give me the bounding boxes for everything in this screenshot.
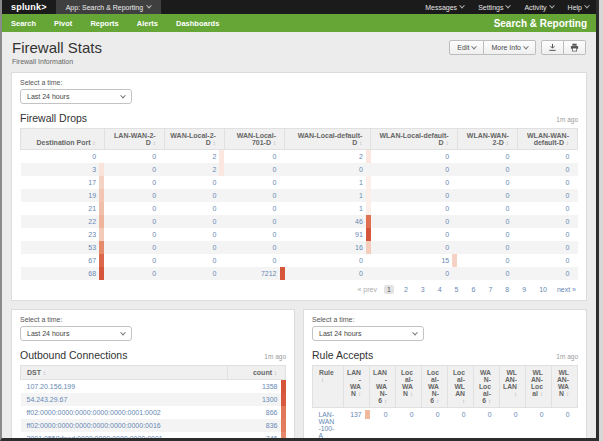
nav-item-reports[interactable]: Reports [81,14,127,32]
table-cell[interactable]: 68 [21,267,105,280]
table-cell[interactable]: 1 [285,202,371,215]
table-cell[interactable]: 23 [21,228,105,241]
table-cell[interactable]: 0 [370,408,396,441]
table-cell[interactable]: 0 [457,254,517,267]
table-cell[interactable]: 2 [285,150,371,164]
table-cell[interactable]: 0 [457,176,517,189]
time-range-picker[interactable]: Last 24 hours [20,326,132,341]
column-header[interactable]: LAN-WAN-2-D↕ [104,129,164,150]
table-cell[interactable]: 46 [285,215,371,228]
table-cell[interactable]: 19 [21,189,105,202]
table-cell[interactable]: 0 [457,267,517,280]
pager-page-4[interactable]: 4 [435,285,445,294]
table-cell[interactable]: 0 [517,228,577,241]
column-header[interactable]: WLAN-WAN-default-D↕ [517,129,577,150]
topbar-menu-help[interactable]: Help [561,0,596,14]
table-cell[interactable]: 0 [517,163,577,176]
column-header[interactable]: Local-WLAN↕ [448,366,474,408]
column-header[interactable]: DST↕ [21,366,228,380]
column-header[interactable]: WLAN-WAN↕ [552,366,578,408]
table-cell[interactable]: 0 [104,228,164,241]
table-cell[interactable]: 22 [21,215,105,228]
table-cell[interactable]: 0 [517,241,577,254]
table-cell[interactable]: 0 [104,215,164,228]
table-cell[interactable]: 15 [371,254,457,267]
table-cell[interactable]: 0 [517,150,577,164]
column-header[interactable]: WLAN-Local↕ [526,366,552,408]
table-cell[interactable]: 0 [457,228,517,241]
pager-page-5[interactable]: 5 [452,285,462,294]
table-cell[interactable]: 0 [224,189,284,202]
table-cell[interactable]: 0 [104,254,164,267]
column-header[interactable]: WAN-Local-2-D↕ [164,129,224,150]
table-cell[interactable]: 137 [344,408,370,441]
table-cell[interactable]: 0 [371,202,457,215]
column-header[interactable]: WAN-Local-6↕ [474,366,500,408]
nav-item-pivot[interactable]: Pivot [45,14,81,32]
table-cell[interactable]: 0 [500,408,526,441]
table-cell[interactable]: 0 [371,241,457,254]
table-cell[interactable]: 1 [285,189,371,202]
table-cell[interactable]: 0 [285,254,371,267]
edit-button[interactable]: Edit [449,40,484,55]
table-cell[interactable]: 1 [285,176,371,189]
table-cell[interactable]: 0 [457,215,517,228]
pager-page-1[interactable]: 1 [384,285,394,294]
table-cell[interactable]: 0 [164,176,224,189]
table-cell[interactable]: 0 [517,254,577,267]
table-cell[interactable]: ff02:0000:0000:0000:0000:0000:0001:0002 [21,406,228,419]
table-cell[interactable]: 0 [224,228,284,241]
table-cell[interactable]: 0 [371,215,457,228]
table-cell[interactable]: 0 [285,267,371,280]
column-header[interactable]: count↕ [228,366,286,380]
pager-page-10[interactable]: 10 [536,285,550,294]
table-cell[interactable]: 0 [517,176,577,189]
table-cell[interactable]: 0 [526,408,552,441]
table-cell[interactable]: 866 [228,406,286,419]
table-cell[interactable]: 836 [228,419,286,432]
pager-next[interactable]: next » [557,286,576,293]
table-cell[interactable]: 1300 [228,393,286,406]
table-cell[interactable]: 0 [552,408,578,441]
table-cell[interactable]: 2001:0558:feed:0000:0000:0000:0000:0001 [21,432,228,441]
table-cell[interactable]: 2 [164,163,224,176]
table-cell[interactable]: 0 [457,150,517,164]
table-cell[interactable]: 0 [474,408,500,441]
table-cell[interactable]: 0 [371,267,457,280]
table-cell[interactable]: 107.20.156.199 [21,380,228,394]
table-cell[interactable]: 0 [224,241,284,254]
table-cell[interactable]: 0 [422,408,448,441]
time-range-picker[interactable]: Last 24 hours [20,89,132,104]
topbar-menu-messages[interactable]: Messages [418,0,471,14]
pager-page-6[interactable]: 6 [469,285,479,294]
table-cell[interactable]: 0 [224,254,284,267]
table-cell[interactable]: 0 [457,189,517,202]
table-cell[interactable]: 0 [371,189,457,202]
table-cell[interactable]: 0 [164,228,224,241]
table-cell[interactable]: 0 [448,408,474,441]
column-header[interactable]: WAN-Local-default-D↕ [285,129,371,150]
table-cell[interactable]: 0 [371,163,457,176]
print-button[interactable] [564,40,586,55]
table-cell[interactable]: ff02:0000:0000:0000:0000:0000:0000:0016 [21,419,228,432]
table-cell[interactable]: 746 [228,432,286,441]
pager-page-2[interactable]: 2 [401,285,411,294]
table-cell[interactable]: 0 [164,241,224,254]
column-header[interactable]: Destination Port↕ [21,129,105,150]
table-cell[interactable]: 3 [21,163,105,176]
table-cell[interactable]: 0 [285,163,371,176]
table-cell[interactable]: 0 [224,163,284,176]
column-header[interactable]: WLAN-LAN↕ [500,366,526,408]
table-cell[interactable]: 0 [21,150,105,164]
pager-page-8[interactable]: 8 [502,285,512,294]
table-cell[interactable]: 91 [285,228,371,241]
table-cell[interactable]: 21 [21,202,105,215]
table-cell[interactable]: 0 [371,228,457,241]
topbar-menu-settings[interactable]: Settings [471,0,517,14]
table-cell[interactable]: 0 [104,163,164,176]
column-header[interactable]: LAN-WAN-6↕ [370,366,396,408]
table-cell[interactable]: 0 [164,189,224,202]
table-cell[interactable]: 0 [224,215,284,228]
table-cell[interactable]: 0 [164,267,224,280]
column-header[interactable]: Local-WAN↕ [396,366,422,408]
